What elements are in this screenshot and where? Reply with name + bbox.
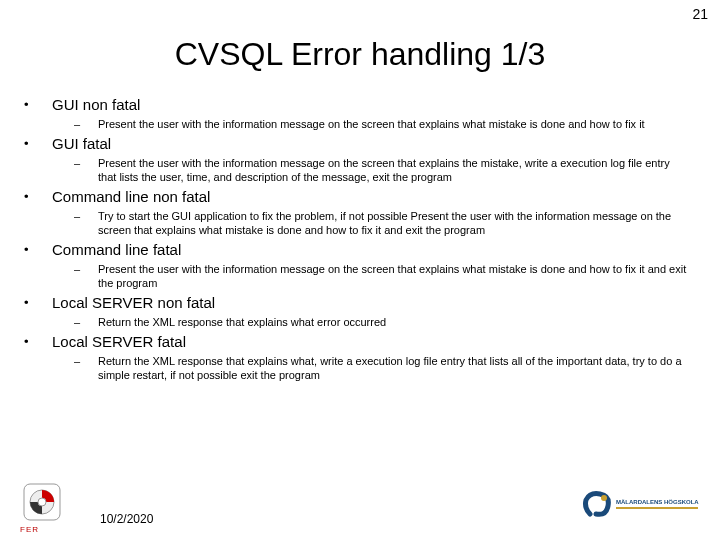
item-sub-text: Return the XML response that explains wh…: [98, 315, 386, 329]
dash-icon: –: [74, 117, 98, 131]
bullet-icon: •: [24, 293, 52, 313]
fer-logo-icon: [22, 482, 62, 522]
item-heading: Local SERVER fatal: [52, 332, 186, 352]
list-sub-item: – Return the XML response that explains …: [74, 315, 700, 329]
dash-icon: –: [74, 262, 98, 276]
bullet-icon: •: [24, 134, 52, 154]
bullet-icon: •: [24, 187, 52, 207]
brand-text: MÄLARDALENS HÖGSKOLA: [616, 499, 699, 505]
item-heading: Command line fatal: [52, 240, 181, 260]
svg-point-3: [601, 495, 607, 501]
bullet-icon: •: [24, 95, 52, 115]
item-heading: GUI non fatal: [52, 95, 140, 115]
list-item: • Command line fatal: [24, 240, 700, 260]
dash-icon: –: [74, 209, 98, 223]
item-sub-text: Present the user with the information me…: [98, 117, 645, 131]
page-number: 21: [692, 6, 708, 22]
list-item: • Local SERVER fatal: [24, 332, 700, 352]
footer-date: 10/2/2020: [100, 512, 153, 526]
list-sub-item: – Try to start the GUI application to fi…: [74, 209, 700, 237]
bullet-icon: •: [24, 332, 52, 352]
list-item: • GUI fatal: [24, 134, 700, 154]
list-sub-item: – Present the user with the information …: [74, 156, 700, 184]
list-item: • Command line non fatal: [24, 187, 700, 207]
item-sub-text: Present the user with the information me…: [98, 156, 690, 184]
fer-text: FER: [20, 525, 39, 534]
item-heading: GUI fatal: [52, 134, 111, 154]
slide-content: • GUI non fatal – Present the user with …: [0, 95, 720, 382]
list-sub-item: – Present the user with the information …: [74, 262, 700, 290]
dash-icon: –: [74, 156, 98, 170]
item-heading: Local SERVER non fatal: [52, 293, 215, 313]
list-item: • GUI non fatal: [24, 95, 700, 115]
list-sub-item: – Present the user with the information …: [74, 117, 700, 131]
slide-title: CVSQL Error handling 1/3: [0, 36, 720, 73]
list-sub-item: – Return the XML response that explains …: [74, 354, 700, 382]
dash-icon: –: [74, 315, 98, 329]
item-sub-text: Try to start the GUI application to fix …: [98, 209, 690, 237]
svg-point-2: [38, 498, 46, 506]
item-heading: Command line non fatal: [52, 187, 210, 207]
list-item: • Local SERVER non fatal: [24, 293, 700, 313]
item-sub-text: Return the XML response that explains wh…: [98, 354, 690, 382]
bullet-icon: •: [24, 240, 52, 260]
item-sub-text: Present the user with the information me…: [98, 262, 690, 290]
malardalens-logo-icon: MÄLARDALENS HÖGSKOLA: [580, 486, 700, 522]
dash-icon: –: [74, 354, 98, 368]
slide-footer: FER 10/2/2020 MÄLARDALENS HÖGSKOLA: [0, 484, 720, 532]
